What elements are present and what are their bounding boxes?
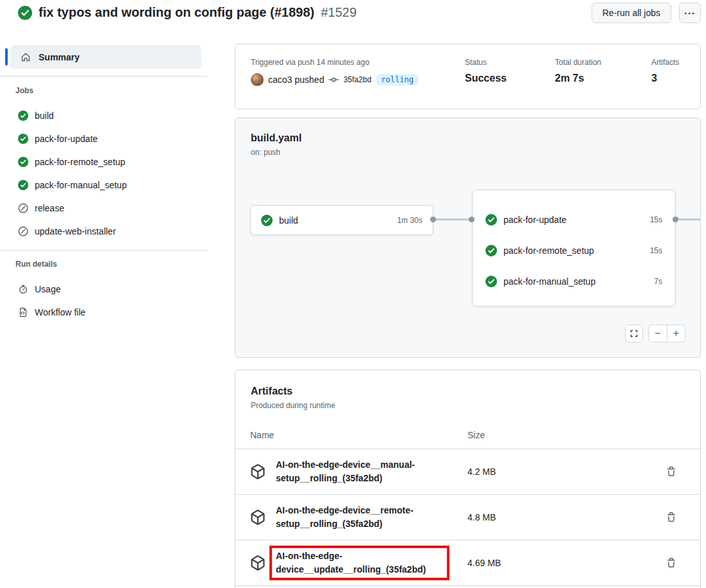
artifacts-count-value: 3 bbox=[651, 73, 685, 84]
graph-edge bbox=[676, 218, 701, 220]
graph-node-pack-for-update[interactable]: pack-for-update 15s bbox=[485, 204, 662, 235]
check-circle-icon bbox=[485, 245, 497, 256]
artifact-size: 4.8 MB bbox=[467, 512, 665, 522]
artifacts-title: Artifacts bbox=[251, 386, 685, 397]
check-circle-icon bbox=[18, 111, 28, 121]
zoom-out-button[interactable]: − bbox=[649, 325, 667, 342]
commit-sha-link[interactable]: 35fa2bd bbox=[343, 75, 371, 84]
graph-node-pack-for-remote-setup[interactable]: pack-for-remote_setup 15s bbox=[485, 235, 662, 266]
sidebar-item-workflow-file[interactable]: Workflow file bbox=[0, 301, 212, 324]
artifact-row-highlighted: AI-on-the-edge-device__update__rolling_(… bbox=[235, 540, 700, 586]
sidebar-job-pack-for-update[interactable]: pack-for-update bbox=[0, 127, 212, 150]
graph-connector-dot bbox=[430, 217, 436, 222]
sidebar-job-pack-for-manual-setup[interactable]: pack-for-manual_setup bbox=[0, 174, 212, 197]
skipped-icon bbox=[18, 226, 28, 236]
package-icon bbox=[250, 510, 266, 525]
job-duration: 15s bbox=[650, 246, 662, 255]
artifact-name-highlight-box[interactable]: AI-on-the-edge-device__update__rolling_(… bbox=[269, 546, 449, 580]
sidebar-divider bbox=[0, 250, 208, 251]
stopwatch-icon bbox=[18, 284, 28, 294]
column-header-size: Size bbox=[467, 430, 665, 449]
workflow-file-title: build.yaml bbox=[251, 132, 685, 144]
sidebar-job-update-web-installer[interactable]: update-web-installer bbox=[0, 220, 212, 243]
run-summary-card: Triggered via push 14 minutes ago caco3 … bbox=[235, 44, 701, 109]
delete-artifact-button[interactable] bbox=[665, 511, 685, 524]
sidebar-job-pack-for-remote-setup[interactable]: pack-for-remote_setup bbox=[0, 150, 212, 174]
triggered-text: Triggered via push 14 minutes ago bbox=[251, 57, 465, 67]
kebab-menu-button[interactable]: ··· bbox=[679, 3, 701, 23]
column-header-name: Name bbox=[250, 430, 467, 449]
success-check-icon bbox=[18, 6, 32, 20]
graph-group-card: pack-for-update 15s pack-for-remote_setu… bbox=[472, 190, 676, 307]
artifacts-card: Artifacts Produced during runtime Name S… bbox=[235, 370, 701, 588]
check-circle-icon bbox=[18, 180, 28, 190]
sidebar-job-release[interactable]: release bbox=[0, 197, 212, 220]
trash-icon bbox=[666, 512, 684, 522]
run-details-heading: Run details bbox=[15, 260, 212, 269]
graph-connector-dot bbox=[673, 217, 678, 222]
page-title: fix typos and wording on config page (#1… bbox=[39, 5, 314, 20]
avatar[interactable] bbox=[251, 73, 264, 86]
trash-icon bbox=[666, 558, 684, 568]
package-icon bbox=[250, 555, 266, 571]
check-circle-icon bbox=[485, 214, 497, 226]
status-label: Status bbox=[465, 57, 555, 67]
home-icon bbox=[21, 52, 31, 62]
branch-badge[interactable]: rolling bbox=[376, 74, 419, 85]
workflow-graph-card: build.yaml on: push build 1m 30s pack-fo… bbox=[235, 118, 701, 358]
artifacts-subtitle: Produced during runtime bbox=[251, 401, 685, 410]
zoom-in-button[interactable]: + bbox=[667, 325, 685, 342]
artifact-size: 4.69 MB bbox=[467, 558, 665, 568]
skipped-icon bbox=[18, 203, 28, 213]
delete-artifact-button[interactable] bbox=[665, 557, 685, 569]
sidebar-item-usage[interactable]: Usage bbox=[0, 278, 212, 301]
graph-controls: − + bbox=[625, 325, 685, 343]
artifact-row: AI-on-the-edge-device__manual-setup__rol… bbox=[235, 449, 700, 495]
package-icon bbox=[250, 464, 266, 479]
sidebar: Summary Jobs build pack-for-update pack-… bbox=[0, 39, 212, 324]
rerun-all-jobs-button[interactable]: Re-run all jobs bbox=[592, 3, 671, 23]
run-header: fix typos and wording on config page (#1… bbox=[0, 0, 706, 39]
fullscreen-button[interactable] bbox=[625, 325, 643, 343]
graph-node-build[interactable]: build 1m 30s bbox=[250, 205, 433, 235]
fullscreen-icon bbox=[629, 329, 638, 338]
selected-accent-bar bbox=[5, 48, 8, 66]
check-circle-icon bbox=[18, 134, 28, 144]
job-duration: 15s bbox=[650, 215, 662, 224]
check-circle-icon bbox=[261, 215, 273, 226]
code-file-icon bbox=[18, 307, 28, 317]
workflow-trigger: on: push bbox=[251, 148, 685, 157]
job-duration: 1m 30s bbox=[397, 216, 422, 225]
job-duration: 7s bbox=[654, 277, 662, 286]
graph-connector-dot bbox=[469, 217, 475, 222]
header-actions: Re-run all jobs ··· bbox=[592, 3, 701, 23]
artifact-size: 4.2 MB bbox=[467, 467, 665, 477]
check-circle-icon bbox=[485, 276, 497, 287]
artifact-name[interactable]: AI-on-the-edge-device__manual-setup__rol… bbox=[276, 458, 456, 485]
actor-line: caco3 pushed bbox=[268, 75, 324, 85]
status-value: Success bbox=[465, 73, 555, 84]
artifacts-table-header: Name Size bbox=[235, 410, 700, 449]
graph-edge bbox=[433, 218, 472, 220]
sidebar-job-build[interactable]: build bbox=[0, 104, 212, 127]
trash-icon bbox=[666, 467, 684, 477]
delete-artifact-button[interactable] bbox=[665, 465, 685, 478]
artifact-row: AI-on-the-edge-device__remote-setup__rol… bbox=[235, 495, 700, 540]
jobs-heading: Jobs bbox=[15, 86, 212, 95]
check-circle-icon bbox=[18, 157, 28, 167]
artifact-name[interactable]: AI-on-the-edge-device__remote-setup__rol… bbox=[276, 504, 456, 531]
graph-node-pack-for-manual-setup[interactable]: pack-for-manual_setup 7s bbox=[485, 266, 662, 297]
jobs-list: build pack-for-update pack-for-remote_se… bbox=[0, 104, 212, 243]
duration-value: 2m 7s bbox=[555, 73, 651, 84]
sidebar-item-summary[interactable]: Summary bbox=[10, 45, 201, 69]
run-number: #1529 bbox=[321, 5, 357, 20]
run-details-list: Usage Workflow file bbox=[0, 278, 212, 324]
artifacts-count-label: Artifacts bbox=[651, 57, 685, 67]
duration-label: Total duration bbox=[555, 57, 651, 67]
commit-icon bbox=[329, 75, 339, 85]
sidebar-divider bbox=[0, 76, 208, 76]
sidebar-summary-label: Summary bbox=[39, 52, 80, 62]
